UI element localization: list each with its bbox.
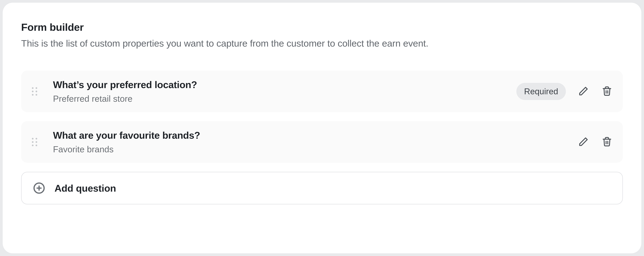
question-row: What’s your preferred location? Preferre… bbox=[21, 71, 623, 112]
question-subtitle: Favorite brands bbox=[53, 144, 571, 154]
question-actions: Required bbox=[516, 83, 613, 100]
trash-icon bbox=[602, 137, 612, 147]
grip-dots-icon bbox=[32, 138, 37, 146]
plus-circle-icon bbox=[33, 182, 45, 194]
section-title: Form builder bbox=[21, 21, 623, 33]
section-description: This is the list of custom properties yo… bbox=[21, 38, 623, 49]
question-actions bbox=[578, 136, 613, 148]
form-builder-panel: Form builder This is the list of custom … bbox=[3, 3, 641, 253]
question-list: What’s your preferred location? Preferre… bbox=[21, 71, 623, 204]
edit-button[interactable] bbox=[578, 86, 589, 97]
required-badge: Required bbox=[516, 83, 566, 100]
delete-button[interactable] bbox=[601, 136, 613, 148]
drag-handle[interactable] bbox=[30, 87, 40, 96]
pencil-icon bbox=[578, 86, 588, 97]
question-text: What are your favourite brands? Favorite… bbox=[53, 130, 571, 154]
edit-button[interactable] bbox=[578, 136, 589, 148]
trash-icon bbox=[602, 86, 612, 97]
question-subtitle: Preferred retail store bbox=[53, 94, 510, 104]
pencil-icon bbox=[578, 137, 588, 147]
grip-dots-icon bbox=[32, 87, 37, 96]
question-text: What’s your preferred location? Preferre… bbox=[53, 79, 510, 104]
add-question-label: Add question bbox=[54, 183, 116, 194]
question-title: What’s your preferred location? bbox=[53, 79, 510, 90]
add-question-button[interactable]: Add question bbox=[21, 172, 623, 204]
drag-handle[interactable] bbox=[30, 138, 40, 146]
question-title: What are your favourite brands? bbox=[53, 130, 571, 141]
delete-button[interactable] bbox=[601, 86, 613, 97]
question-row: What are your favourite brands? Favorite… bbox=[21, 121, 623, 163]
